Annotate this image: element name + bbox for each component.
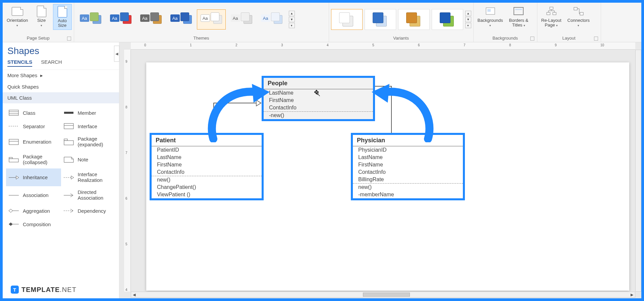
- relayout-page-button[interactable]: Re-Layout Page ▾: [539, 4, 564, 29]
- shape-interface-realization[interactable]: Interface Realization: [61, 168, 116, 186]
- uml-class-stencil-row[interactable]: UML Class: [3, 92, 119, 103]
- shape-directed-association[interactable]: Directed Association: [61, 186, 116, 204]
- variant-swatch[interactable]: [365, 9, 396, 30]
- uml-class-people[interactable]: People LastName FirstName ContactInfo -n…: [262, 76, 375, 121]
- variant-swatch-selected[interactable]: [331, 9, 363, 30]
- shape-label: Class: [23, 110, 36, 116]
- shape-label: Interface Realization: [78, 172, 103, 183]
- svg-rect-4: [550, 7, 553, 9]
- watermark-suffix: .NET: [60, 286, 76, 293]
- auto-size-button[interactable]: Auto Size: [53, 4, 72, 30]
- drawing-page[interactable]: People LastName FirstName ContactInfo -n…: [146, 62, 629, 291]
- uml-attribute: BillingRate: [353, 176, 463, 183]
- connectors-icon: [572, 5, 585, 17]
- shape-separator[interactable]: Separator: [6, 119, 61, 133]
- vertical-scrollbar[interactable]: [635, 50, 641, 292]
- backgrounds-group-label: Backgrounds: [492, 36, 518, 41]
- relayout-icon: [545, 5, 558, 17]
- theme-swatch[interactable]: Aa: [106, 9, 135, 30]
- shape-enumeration[interactable]: Enumeration: [6, 133, 61, 151]
- collapse-panel-handle[interactable]: ◀: [114, 46, 119, 62]
- scroll-thumb[interactable]: [363, 293, 410, 297]
- variants-gallery-spinner[interactable]: ▲ ▼ ▾: [465, 11, 471, 28]
- svg-rect-2: [514, 7, 523, 15]
- uml-title: Patient: [152, 135, 262, 146]
- dialog-launcher-icon[interactable]: [67, 37, 71, 41]
- quick-shapes-row[interactable]: Quick Shapes: [3, 81, 119, 92]
- orientation-button[interactable]: Orientation▾: [5, 4, 30, 29]
- connectors-button[interactable]: Connectors▾: [566, 4, 592, 29]
- uml-title: Physician: [353, 135, 463, 146]
- orientation-icon: [11, 5, 24, 17]
- chevron-right-icon: ▸: [40, 72, 43, 78]
- inheritance-connector[interactable]: [213, 103, 257, 103]
- theme-swatch[interactable]: Aa: [227, 9, 256, 30]
- shape-grid: Class Member Separator Interface Enumera…: [3, 103, 119, 234]
- ruler-horizontal: 012345678910: [131, 42, 635, 50]
- shape-note[interactable]: Note: [61, 151, 116, 168]
- inheritance-connector[interactable]: [391, 86, 392, 133]
- theme-swatch[interactable]: Aa: [257, 9, 286, 30]
- themes-gallery-spinner[interactable]: ▲ ▼ ▾: [289, 11, 295, 28]
- shape-label: Association: [23, 192, 49, 198]
- shape-label: Inheritance: [23, 174, 48, 180]
- borders-titles-button[interactable]: Borders & Titles ▾: [507, 4, 530, 29]
- shape-composition[interactable]: Composition: [6, 217, 61, 231]
- auto-size-icon: [56, 6, 69, 18]
- svg-rect-1: [487, 9, 491, 12]
- shape-dependency[interactable]: Dependency: [61, 204, 116, 217]
- dialog-launcher-icon[interactable]: [594, 37, 598, 41]
- shape-label: Member: [78, 110, 96, 116]
- shape-package-collapsed[interactable]: Package (collapsed): [6, 151, 61, 168]
- variant-swatch[interactable]: [398, 9, 430, 30]
- chevron-down-icon: ▾: [41, 24, 42, 27]
- tab-stencils[interactable]: STENCILS: [7, 59, 32, 67]
- inheritance-connector[interactable]: [213, 103, 214, 133]
- scroll-left-arrow[interactable]: ◀: [131, 293, 137, 297]
- scroll-right-arrow[interactable]: ▶: [629, 293, 635, 297]
- ribbon-group-page-setup: Orientation▾ Size▾ Auto Size Page Setup: [3, 3, 74, 42]
- backgrounds-button[interactable]: Backgrounds▾: [476, 4, 505, 29]
- svg-rect-6: [553, 12, 556, 15]
- chevron-down-icon: ▾: [556, 24, 558, 27]
- shape-association[interactable]: Association: [6, 186, 61, 204]
- inheritance-arrowhead-outline: [256, 99, 262, 107]
- ribbon-group-themes: Aa Aa Aa Aa Aa Aa Aa ▲ ▼ ▾ Themes: [74, 3, 329, 42]
- shape-class[interactable]: Class: [6, 106, 61, 119]
- theme-swatch[interactable]: Aa: [76, 9, 105, 30]
- shape-package-expanded[interactable]: Package (expanded): [61, 133, 116, 151]
- uml-attribute: LastName: [264, 89, 373, 97]
- theme-swatch[interactable]: Aa: [137, 9, 165, 30]
- size-button[interactable]: Size▾: [32, 4, 51, 29]
- shape-label: Separator: [23, 123, 45, 129]
- page-setup-group-label: Page Setup: [27, 36, 50, 41]
- tab-search[interactable]: SEARCH: [41, 59, 62, 67]
- more-shapes-row[interactable]: More Shapes ▸: [3, 70, 119, 81]
- shape-aggregation[interactable]: Aggregation: [6, 204, 61, 217]
- more-shapes-label: More Shapes: [7, 72, 37, 78]
- svg-rect-9: [9, 110, 18, 115]
- uml-class-physician[interactable]: Physician PhysicianID LastName FirstName…: [351, 133, 465, 200]
- uml-attribute: LastName: [353, 154, 463, 161]
- shape-inheritance[interactable]: Inheritance: [6, 168, 61, 186]
- orientation-label: Orientation: [7, 18, 28, 23]
- dialog-launcher-icon[interactable]: [530, 37, 534, 41]
- theme-swatch[interactable]: Aa: [167, 9, 196, 30]
- canvas[interactable]: 012345678910 987654 People LastName Firs…: [119, 42, 641, 298]
- shape-member[interactable]: Member: [61, 106, 116, 119]
- ribbon-group-backgrounds: Backgrounds▾ Borders & Titles ▾ Backgrou…: [474, 3, 537, 42]
- uml-attribute: ContactInfo: [353, 168, 463, 176]
- horizontal-scrollbar[interactable]: ◀ ▶: [131, 292, 635, 298]
- uml-class-patient[interactable]: Patient PatientID LastName FirstName Con…: [150, 133, 264, 200]
- size-icon: [35, 5, 48, 17]
- svg-rect-19: [64, 141, 73, 145]
- shape-interface[interactable]: Interface: [61, 119, 116, 133]
- backgrounds-icon: [484, 5, 497, 17]
- shapes-panel: Shapes STENCILS SEARCH More Shapes ▸ Qui…: [3, 42, 119, 298]
- shapes-panel-title: Shapes: [3, 42, 119, 57]
- theme-swatch-selected[interactable]: Aa: [197, 9, 226, 30]
- uml-operation: new(): [152, 176, 262, 184]
- ribbon: Orientation▾ Size▾ Auto Size Page Setup …: [3, 3, 641, 42]
- shape-label: Composition: [23, 221, 51, 227]
- variant-swatch[interactable]: [432, 9, 463, 30]
